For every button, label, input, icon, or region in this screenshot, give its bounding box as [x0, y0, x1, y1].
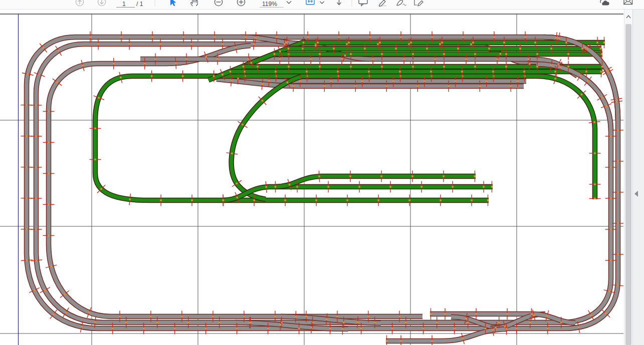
right-panel-strip: [632, 9, 644, 345]
vertical-scrollbar[interactable]: [624, 9, 632, 345]
share-link-icon[interactable]: [600, 0, 609, 5]
fill-sign-icon[interactable]: [397, 0, 406, 6]
track-green-s-curve: [232, 77, 301, 199]
document-canvas[interactable]: [0, 9, 644, 345]
hand-tool-icon[interactable]: [191, 0, 198, 6]
page-total-label: / 1: [136, 1, 143, 8]
page-fit-icon[interactable]: [306, 0, 314, 5]
zoom-level-value[interactable]: 119%: [262, 1, 277, 8]
track-green-main-loop: [95, 76, 595, 200]
track-plan: [0, 9, 623, 345]
select-cursor-icon[interactable]: [170, 0, 176, 6]
scrollbar-thumb[interactable]: [625, 24, 631, 345]
scroll-up-icon[interactable]: [625, 13, 632, 21]
zoom-out-icon[interactable]: [214, 0, 222, 6]
toolbar-icons: [0, 0, 644, 9]
collapse-panel-icon[interactable]: [634, 191, 638, 197]
scrolling-mode-icon[interactable]: [334, 0, 344, 5]
page-up-icon[interactable]: [76, 0, 83, 6]
zoom-dropdown-caret-icon[interactable]: [287, 2, 291, 4]
comment-icon[interactable]: [359, 0, 367, 6]
page-fit-caret-icon[interactable]: [320, 2, 324, 4]
page-down-icon[interactable]: [98, 0, 105, 6]
page-number-input[interactable]: 1: [122, 1, 126, 8]
tracks: [27, 37, 618, 341]
email-icon[interactable]: [624, 0, 632, 5]
edit-pdf-icon[interactable]: [414, 0, 423, 6]
highlight-icon[interactable]: [378, 0, 386, 7]
zoom-in-icon[interactable]: [237, 0, 245, 6]
track-green-main-loop-edge: [95, 76, 595, 200]
toolbar: 1 / 1 119%: [0, 0, 644, 10]
